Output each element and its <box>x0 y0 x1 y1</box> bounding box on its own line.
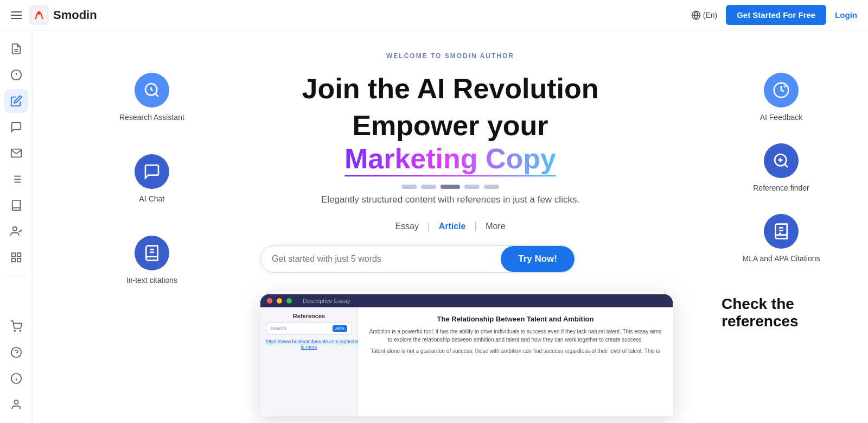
get-started-button[interactable]: Get Started For Free <box>726 5 826 25</box>
svg-rect-17 <box>17 258 20 262</box>
preview-apa-label: APA <box>333 325 347 332</box>
logo-wrapper: Smodin <box>29 5 97 25</box>
sidebar-item-list[interactable] <box>4 167 28 191</box>
svg-point-20 <box>20 330 21 331</box>
ai-chat-label: AI Chat <box>139 194 165 203</box>
dot-5 <box>484 185 499 189</box>
preview-container: Descriptive Essay References Search APA … <box>260 294 673 416</box>
content-tabs: Essay | Article | More <box>260 218 640 235</box>
try-now-button[interactable]: Try Now! <box>501 246 575 272</box>
sidebar-item-cart[interactable] <box>4 314 28 338</box>
mla-apa-citations-icon <box>764 214 799 249</box>
svg-point-1 <box>38 12 41 15</box>
ai-feedback-icon <box>764 73 799 108</box>
preview-main-inner: The Relationship Between Talent and Ambi… <box>358 307 673 416</box>
preview-maximize-dot <box>286 298 292 304</box>
feature-mla-apa-citations[interactable]: MLA and APA Citations <box>743 214 820 263</box>
language-label: (En) <box>703 11 717 20</box>
preview-toolbar: Descriptive Essay <box>260 294 673 307</box>
sidebar-item-document[interactable] <box>4 37 28 61</box>
search-input[interactable] <box>261 247 501 272</box>
preview-search-label: Search <box>271 326 286 331</box>
svg-rect-15 <box>11 253 15 256</box>
research-assistant-label: Research Assistant <box>119 113 184 122</box>
sidebar-item-help[interactable] <box>4 367 28 390</box>
hero-subtitle: Elegantly structured content with refere… <box>260 194 640 205</box>
preview-article-body2: Talent alone is not a guarantee of succe… <box>368 347 663 355</box>
sidebar-item-ideas[interactable] <box>4 63 28 87</box>
svg-line-28 <box>155 93 158 97</box>
check-section: Check the references <box>722 295 841 330</box>
in-text-citations-label: In-text citations <box>126 276 177 285</box>
dot-4 <box>464 185 480 189</box>
ai-chat-icon <box>135 154 169 189</box>
hero-section: Research Assistant AI Chat In-text citat… <box>43 73 857 416</box>
feature-in-text-citations[interactable]: In-text citations <box>126 236 177 285</box>
check-references-title: Check the references <box>722 295 841 330</box>
research-assistant-icon <box>135 73 169 108</box>
hero-features-right: AI Feedback Reference finder MLA and APA… <box>722 73 841 330</box>
preview-minimize-dot <box>277 298 282 304</box>
sidebar-divider <box>7 276 26 276</box>
sidebar <box>0 30 33 423</box>
search-bar: Try Now! <box>260 245 575 273</box>
svg-rect-16 <box>17 253 20 256</box>
tab-essay[interactable]: Essay <box>386 218 427 235</box>
dot-3 <box>441 185 460 189</box>
feature-ai-feedback[interactable]: AI Feedback <box>760 73 803 122</box>
main-content: WELCOME TO SMODIN AUTHOR Research Assist… <box>33 30 868 423</box>
in-text-citations-icon <box>135 236 169 270</box>
sidebar-item-message[interactable] <box>4 141 28 165</box>
navbar-left: Smodin <box>11 5 97 25</box>
logo-text: Smodin <box>53 8 97 22</box>
dot-2 <box>421 185 436 189</box>
svg-point-14 <box>12 227 16 231</box>
hero-features-left: Research Assistant AI Chat In-text citat… <box>119 73 184 285</box>
sidebar-item-add-widget[interactable] <box>4 245 28 269</box>
hero-title-line2: Empower your <box>352 110 548 141</box>
hero-title-line3: Marketing Copy <box>344 143 556 174</box>
navbar-right: (En) Get Started For Free Login <box>691 5 857 25</box>
login-button[interactable]: Login <box>835 10 857 20</box>
sidebar-item-book[interactable] <box>4 193 28 217</box>
feature-reference-finder[interactable]: Reference finder <box>753 143 809 192</box>
reference-finder-icon <box>764 143 799 178</box>
mla-apa-citations-label: MLA and APA Citations <box>743 254 820 263</box>
svg-point-19 <box>14 330 15 331</box>
feature-ai-chat[interactable]: AI Chat <box>135 154 169 203</box>
dots-indicator <box>260 185 640 189</box>
svg-rect-0 <box>31 8 47 23</box>
sidebar-item-support[interactable] <box>4 340 28 364</box>
sidebar-item-user-check[interactable] <box>4 219 28 243</box>
feature-research-assistant[interactable]: Research Assistant <box>119 73 184 122</box>
preview-article-title: The Relationship Between Talent and Ambi… <box>368 315 663 323</box>
preview-close-dot <box>267 298 272 304</box>
tab-article[interactable]: Article <box>430 218 475 235</box>
preview-window-title: Descriptive Essay <box>303 298 350 304</box>
preview-sidebar-inner: References Search APA https://www.booksa… <box>260 307 358 416</box>
tab-more[interactable]: More <box>477 218 514 235</box>
svg-point-26 <box>14 400 18 404</box>
welcome-tag: WELCOME TO SMODIN AUTHOR <box>386 52 514 60</box>
app-layout: WELCOME TO SMODIN AUTHOR Research Assist… <box>0 30 868 423</box>
preview-ref-title: References <box>266 313 352 319</box>
preview-body: References Search APA https://www.booksa… <box>260 307 673 416</box>
hero-center: Join the AI Revolution Empower your Mark… <box>260 73 640 416</box>
svg-line-33 <box>784 164 788 167</box>
reference-finder-label: Reference finder <box>753 184 809 192</box>
hero-title-line1: Join the AI Revolution <box>260 73 640 105</box>
navbar: Smodin (En) Get Started For Free Login <box>0 0 868 30</box>
preview-ref-link[interactable]: https://www.booksandpeople.com.sg/ambiti… <box>266 339 352 350</box>
sidebar-item-chat[interactable] <box>4 115 28 139</box>
svg-rect-18 <box>11 258 15 262</box>
dot-1 <box>401 185 417 189</box>
sidebar-item-edit[interactable] <box>4 89 28 113</box>
ai-feedback-label: AI Feedback <box>760 113 803 122</box>
smodin-logo-icon <box>29 5 49 25</box>
sidebar-item-account[interactable] <box>4 393 28 416</box>
preview-article-body: Ambition is a powerful tool; it has the … <box>368 327 663 344</box>
hamburger-icon[interactable] <box>11 11 22 19</box>
language-button[interactable]: (En) <box>691 10 717 20</box>
preview-search-inner: Search APA <box>266 323 352 334</box>
